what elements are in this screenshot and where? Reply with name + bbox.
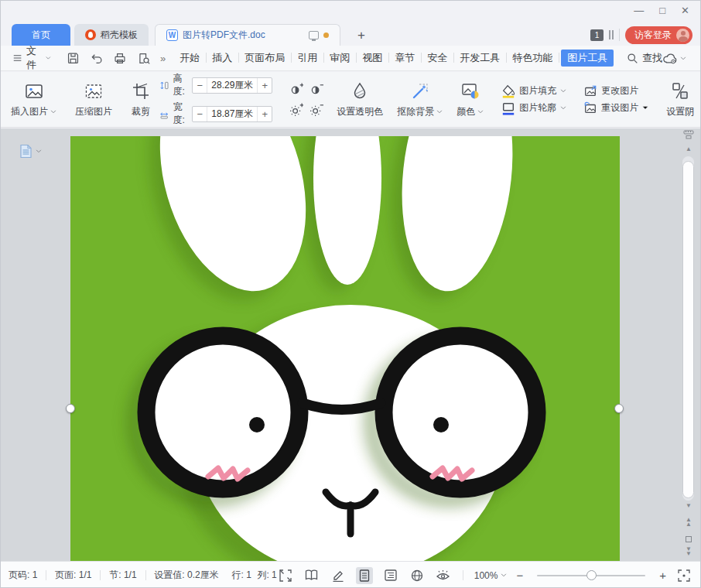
menu-tab-start[interactable]: 开始 <box>173 50 206 67</box>
width-increase-button[interactable]: + <box>257 107 272 121</box>
menu-tab-page-layout[interactable]: 页面布局 <box>238 50 291 67</box>
height-increase-button[interactable]: + <box>257 78 272 93</box>
eye-protection-button[interactable] <box>435 567 452 584</box>
undo-button undo-icon[interactable] <box>90 52 103 65</box>
status-section[interactable]: 节: 1/1 <box>109 569 136 582</box>
write-mode-button[interactable] <box>330 567 347 584</box>
zoom-in-button[interactable]: + <box>659 569 666 582</box>
change-picture-button[interactable]: 更改图片 <box>583 84 648 98</box>
set-transparent-color-button[interactable]: 设置透明色 <box>330 74 390 125</box>
select-browse-object-button[interactable] <box>686 536 692 542</box>
width-input[interactable] <box>207 107 257 121</box>
menu-tab-security[interactable]: 安全 <box>421 50 453 67</box>
tab-home[interactable]: 首页 <box>12 24 70 46</box>
fit-page-button[interactable] <box>675 567 692 584</box>
rabbit-image[interactable] <box>70 136 620 561</box>
color-button[interactable]: 颜色 <box>450 74 491 125</box>
scroll-down-button[interactable]: ▼ <box>680 502 697 510</box>
guest-login-button[interactable]: 访客登录 <box>625 26 692 44</box>
menu-tab-insert[interactable]: 插入 <box>206 50 238 67</box>
width-stepper: − + <box>192 106 272 122</box>
menu-bar: 文件 » 开始 插入 页面布局 引用 审阅 视图 章节 安全 开发工具 特色功能… <box>1 46 700 71</box>
scroll-up-button[interactable]: ▲ <box>680 145 697 153</box>
reset-picture-label: 重设图片 <box>601 101 638 115</box>
minimize-button[interactable]: — <box>634 5 644 17</box>
reset-picture-button[interactable]: 重设图片 <box>583 101 648 115</box>
find-button[interactable]: 查找 <box>627 51 662 65</box>
menu-tab-references[interactable]: 引用 <box>291 50 323 67</box>
height-input[interactable] <box>207 78 257 93</box>
chevron-down-icon <box>50 110 56 114</box>
zoom-slider[interactable] <box>537 575 645 576</box>
new-tab-button[interactable]: + <box>354 26 368 46</box>
menu-tab-section[interactable]: 章节 <box>388 50 421 67</box>
previous-page-button[interactable]: ▲▲ <box>680 518 697 527</box>
document-canvas[interactable]: ▲ ▼ ▲▲ ▼▼ <box>1 128 700 561</box>
vertical-scrollbar[interactable]: ▲ ▼ ▲▲ ▼▼ <box>680 128 697 561</box>
save-button save-icon[interactable] <box>67 52 80 65</box>
remove-background-label: 抠除背景 <box>397 105 434 118</box>
insert-image-button[interactable]: 插入图片 <box>4 74 63 125</box>
web-view-button[interactable] <box>409 567 426 584</box>
insert-image-icon <box>24 81 44 101</box>
maximize-button[interactable]: □ <box>659 5 665 17</box>
crop-button[interactable]: 裁剪 <box>124 74 158 125</box>
transparent-color-icon <box>350 81 370 101</box>
increase-brightness-button[interactable] <box>287 101 306 119</box>
menu-tab-picture-tools[interactable]: 图片工具 <box>561 50 614 67</box>
document-icon <box>19 144 32 159</box>
menu-tab-view[interactable]: 视图 <box>356 50 388 67</box>
zoom-out-button[interactable]: − <box>516 569 523 582</box>
increase-contrast-button[interactable] <box>287 80 306 99</box>
cloud-sync-button[interactable] <box>662 52 686 64</box>
fullscreen-view-button[interactable] <box>277 567 294 584</box>
outline-icon <box>385 569 397 581</box>
page-options-button[interactable] <box>19 144 42 159</box>
outline-view-button[interactable] <box>382 567 399 584</box>
compress-image-button[interactable]: 压缩图片 <box>68 74 119 125</box>
status-page-number[interactable]: 页码: 1 <box>9 569 37 582</box>
cloud-icon <box>662 52 678 64</box>
window-count-badge[interactable]: 1 <box>590 29 604 41</box>
zoom-level-button[interactable]: 100% <box>474 570 508 581</box>
next-page-button[interactable]: ▼▼ <box>680 547 697 556</box>
decrease-brightness-button[interactable] <box>307 101 326 119</box>
set-shadow-button[interactable]: 设置阴 <box>659 74 701 125</box>
print-button printer-icon[interactable] <box>113 52 127 65</box>
search-icon <box>627 53 638 64</box>
status-setting-value[interactable]: 设置值: 0.2厘米 <box>154 569 218 582</box>
height-decrease-button[interactable]: − <box>193 78 207 93</box>
read-view-button[interactable] <box>303 567 320 584</box>
page-view-button[interactable] <box>356 567 373 584</box>
zoom-slider-thumb[interactable] <box>586 570 597 580</box>
fullscreen-icon <box>279 569 292 582</box>
ruler-toggle-button[interactable] <box>683 130 694 139</box>
hamburger-icon <box>13 53 22 63</box>
tab-list-icon[interactable] <box>609 30 614 39</box>
scroll-thumb[interactable] <box>682 161 694 498</box>
image-resize-handle-right[interactable] <box>614 404 624 413</box>
picture-outline-label: 图片轮廓 <box>519 101 556 115</box>
file-menu-button[interactable]: 文件 <box>13 44 51 72</box>
status-pages[interactable]: 页面: 1/1 <box>55 569 91 582</box>
image-resize-handle-left[interactable] <box>66 404 75 413</box>
chevron-down-icon <box>560 89 566 93</box>
remove-background-button[interactable]: 抠除背景 <box>390 74 450 125</box>
quickbar-more-button[interactable]: » <box>160 53 166 64</box>
menu-tab-special-features[interactable]: 特色功能 <box>506 50 559 67</box>
print-preview-button preview-icon[interactable] <box>137 52 151 65</box>
menu-tab-dev-tools[interactable]: 开发工具 <box>453 50 506 67</box>
close-button[interactable]: ✕ <box>681 5 689 17</box>
menu-tab-review[interactable]: 审阅 <box>323 50 356 67</box>
tab-document[interactable]: W 图片转PDF文件.doc <box>155 24 340 46</box>
decrease-contrast-button[interactable] <box>307 80 326 99</box>
docer-flame-icon <box>85 29 96 40</box>
width-decrease-button[interactable]: − <box>193 107 207 121</box>
tab-docer-templates[interactable]: 稻壳模板 <box>74 24 149 46</box>
titlebar: — □ ✕ <box>1 1 700 22</box>
picture-fill-button[interactable]: 图片填充 <box>501 84 566 98</box>
change-picture-icon <box>583 84 597 98</box>
picture-tools-ribbon: 插入图片 压缩图片 裁剪 高度: − + 宽度: <box>1 72 700 128</box>
magic-wand-icon <box>410 81 430 101</box>
picture-outline-button[interactable]: 图片轮廓 <box>501 101 566 115</box>
